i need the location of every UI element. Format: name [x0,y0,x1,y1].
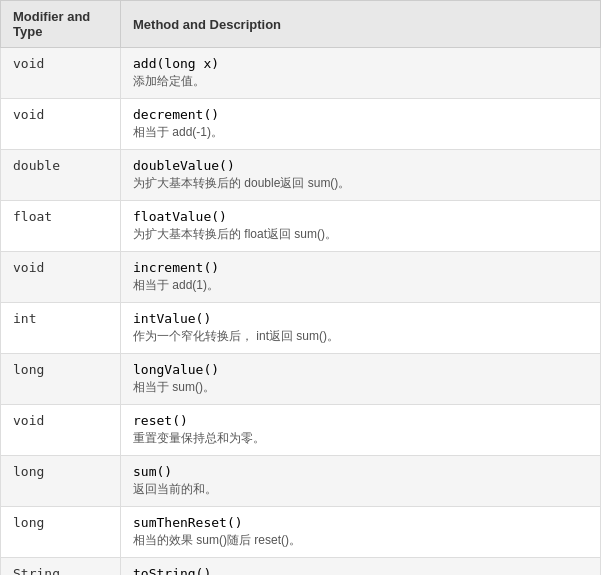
method-description: 重置变量保持总和为零。 [133,430,588,447]
table-row: longsumThenReset()相当的效果 sum()随后 reset()。 [1,507,601,558]
method-description: 返回当前的和。 [133,481,588,498]
method-signature: doubleValue() [133,158,588,173]
method-cell: sum()返回当前的和。 [121,456,601,507]
table-row: StringtoString()返回的字符串表示版权©剽窃日月农羊 [1,558,601,576]
method-signature: floatValue() [133,209,588,224]
modifier-cell: void [1,48,121,99]
modifier-cell: long [1,456,121,507]
method-signature: sum() [133,464,588,479]
modifier-cell: long [1,507,121,558]
method-description: 相当于 sum()。 [133,379,588,396]
modifier-cell: void [1,405,121,456]
method-cell: longValue()相当于 sum()。 [121,354,601,405]
method-signature: increment() [133,260,588,275]
methods-table: Modifier and Type Method and Description… [0,0,601,575]
modifier-cell: long [1,354,121,405]
method-signature: reset() [133,413,588,428]
method-cell: toString()返回的字符串表示版权©剽窃日月农羊 [121,558,601,576]
method-cell: doubleValue()为扩大基本转换后的 double返回 sum()。 [121,150,601,201]
table-row: longlongValue()相当于 sum()。 [1,354,601,405]
method-signature: decrement() [133,107,588,122]
method-description: 相当的效果 sum()随后 reset()。 [133,532,588,549]
method-cell: add(long x)添加给定值。 [121,48,601,99]
modifier-cell: int [1,303,121,354]
table-row: voidincrement()相当于 add(1)。 [1,252,601,303]
method-signature: sumThenReset() [133,515,588,530]
table-row: doubledoubleValue()为扩大基本转换后的 double返回 su… [1,150,601,201]
table-row: voidadd(long x)添加给定值。 [1,48,601,99]
method-description: 相当于 add(1)。 [133,277,588,294]
method-signature: longValue() [133,362,588,377]
method-cell: increment()相当于 add(1)。 [121,252,601,303]
modifier-cell: String [1,558,121,576]
table-row: voidreset()重置变量保持总和为零。 [1,405,601,456]
table-row: longsum()返回当前的和。 [1,456,601,507]
table-row: intintValue()作为一个窄化转换后， int返回 sum()。 [1,303,601,354]
method-description: 作为一个窄化转换后， int返回 sum()。 [133,328,588,345]
method-description: 为扩大基本转换后的 float返回 sum()。 [133,226,588,243]
method-cell: floatValue()为扩大基本转换后的 float返回 sum()。 [121,201,601,252]
method-cell: intValue()作为一个窄化转换后， int返回 sum()。 [121,303,601,354]
method-cell: reset()重置变量保持总和为零。 [121,405,601,456]
method-description: 为扩大基本转换后的 double返回 sum()。 [133,175,588,192]
method-description: 相当于 add(-1)。 [133,124,588,141]
modifier-cell: void [1,252,121,303]
method-signature: add(long x) [133,56,588,71]
modifier-cell: double [1,150,121,201]
method-cell: decrement()相当于 add(-1)。 [121,99,601,150]
method-signature: intValue() [133,311,588,326]
table-row: floatfloatValue()为扩大基本转换后的 float返回 sum()… [1,201,601,252]
modifier-cell: float [1,201,121,252]
table-row: voiddecrement()相当于 add(-1)。 [1,99,601,150]
header-modifier: Modifier and Type [1,1,121,48]
table-header-row: Modifier and Type Method and Description [1,1,601,48]
method-cell: sumThenReset()相当的效果 sum()随后 reset()。 [121,507,601,558]
method-description: 添加给定值。 [133,73,588,90]
method-signature: toString() [133,566,588,575]
modifier-cell: void [1,99,121,150]
header-method: Method and Description [121,1,601,48]
